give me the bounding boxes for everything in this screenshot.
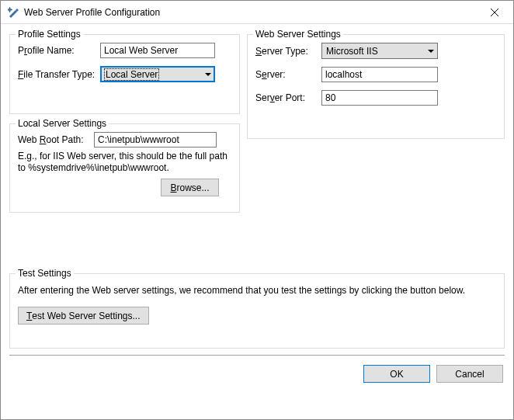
server-input[interactable] [321, 67, 438, 82]
cancel-button[interactable]: Cancel [436, 365, 503, 383]
chevron-down-icon [205, 73, 211, 76]
profile-name-input[interactable] [100, 43, 215, 58]
web-root-path-input[interactable] [94, 132, 217, 148]
test-settings-legend: Test Settings [16, 268, 74, 279]
test-settings-text: After entering the Web server settings, … [18, 285, 496, 296]
server-label: Server: [255, 69, 321, 80]
close-button[interactable] [477, 2, 512, 23]
window-title: Web Server Profile Configuration [24, 7, 477, 18]
web-server-settings-group: Web Server Settings Server Type: Microso… [247, 34, 505, 139]
title-bar: Web Server Profile Configuration [1, 1, 513, 24]
server-port-input[interactable] [321, 90, 438, 106]
profile-settings-legend: Profile Settings [16, 29, 83, 40]
footer-separator [9, 355, 505, 356]
ok-button[interactable]: OK [363, 365, 430, 383]
web-server-settings-legend: Web Server Settings [253, 29, 343, 40]
footer-buttons: OK Cancel [9, 365, 505, 383]
server-type-select[interactable]: Microsoft IIS [321, 43, 438, 59]
server-port-label: Server Port: [255, 92, 321, 103]
local-server-settings-legend: Local Server Settings [16, 118, 109, 129]
profile-name-label: Profile Name: [18, 45, 100, 56]
server-type-label: Server Type: [255, 46, 321, 57]
dialog-content: Profile Settings Profile Name: File Tran… [1, 24, 513, 390]
file-transfer-type-select[interactable]: Local Server [100, 66, 215, 82]
browse-button[interactable]: Browse... [161, 179, 219, 196]
file-transfer-type-label: File Transfer Type: [18, 69, 100, 80]
test-web-server-settings-button[interactable]: Test Web Server Settings... [18, 307, 149, 325]
chevron-down-icon [428, 50, 434, 53]
local-server-settings-group: Local Server Settings Web Root Path: E.g… [9, 123, 240, 213]
profile-settings-group: Profile Settings Profile Name: File Tran… [9, 34, 240, 114]
test-settings-group: Test Settings After entering the Web ser… [9, 273, 505, 349]
web-root-hint: E.g., for IIS Web server, this should be… [18, 151, 231, 174]
web-root-path-label: Web Root Path: [18, 134, 94, 145]
app-icon [7, 6, 19, 19]
